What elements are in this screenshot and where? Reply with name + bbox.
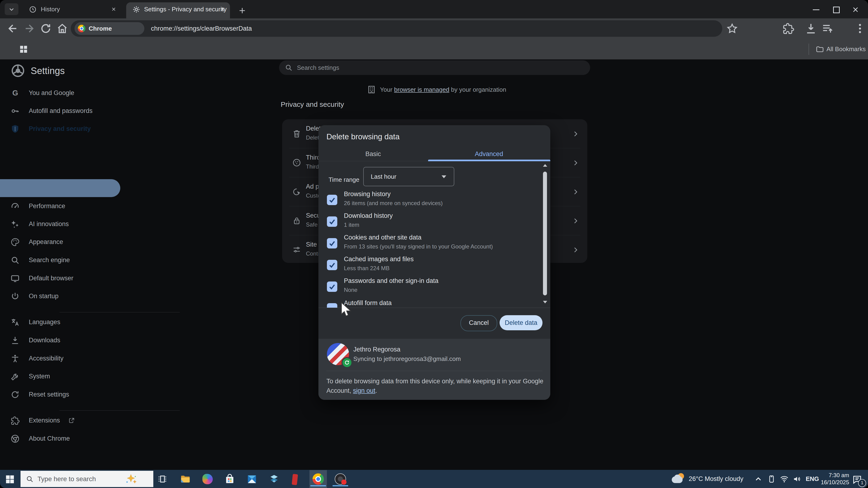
checkbox-checked[interactable] [327,217,337,227]
settings-gear-icon [132,5,140,13]
taskbar-app-red[interactable] [289,472,304,486]
sidebar-item-accessibility[interactable]: Accessibility [0,349,120,367]
tab-close-button[interactable] [110,5,118,13]
tray-time: 7:30 am [818,472,849,479]
sidebar-item-about-chrome[interactable]: About Chrome [0,429,120,448]
sliders-icon [292,245,302,254]
delete-data-button[interactable]: Delete data [500,315,542,330]
managed-link[interactable]: browser is managed [394,86,450,93]
tab-close-button[interactable] [219,5,227,13]
windows-logo-icon [5,474,15,484]
settings-search-bar[interactable]: Search settings [279,60,590,75]
managed-prefix: Your [380,86,394,93]
dialog-title: Delete browsing data [327,132,400,141]
extensions-puzzle-icon[interactable] [782,22,795,35]
taskbar-search-box[interactable]: Type here to search [21,471,153,487]
checkbox-checked[interactable] [327,238,337,249]
weather-status[interactable]: 26°C Mostly cloudy [689,470,743,488]
time-range-select[interactable]: Last hour [363,167,454,186]
dialog-tab-basic[interactable]: Basic [338,147,408,161]
weather-icon[interactable] [671,472,686,486]
taskbar-app-task-view[interactable] [155,472,169,486]
clock[interactable]: 7:30 am 16/10/2025 [818,472,849,486]
language-indicator[interactable]: ENG [806,470,819,488]
back-icon[interactable] [7,22,19,35]
speaker-icon[interactable] [793,475,802,484]
taskbar-app-copilot[interactable] [200,472,215,486]
reading-list-icon[interactable] [821,22,834,35]
active-tab-underline [428,160,550,161]
sidebar-item-ai-innovations[interactable]: AI innovations [0,215,120,233]
scrollbar-thumb[interactable] [543,172,547,295]
sidebar-item-downloads[interactable]: Downloads [0,331,120,349]
checkbox-checked[interactable] [327,282,337,292]
taskbar-app-chrome[interactable] [311,472,326,486]
apps-grid-icon[interactable] [19,44,29,55]
taskbar-app-mail[interactable] [245,472,259,486]
sidebar-item-search-engine[interactable]: Search engine [0,251,120,269]
tab-search-button[interactable] [5,3,19,15]
chevron-right-icon [572,217,579,225]
checkbox-checked[interactable] [327,260,337,270]
forward-icon[interactable] [23,22,35,35]
scrollbar-down-arrow[interactable] [543,301,547,303]
new-tab-button[interactable] [236,5,248,17]
copilot-sparkle-icon [124,473,137,486]
footer-line2: Account, [327,387,353,394]
chip-label: Chrome [89,22,112,35]
home-icon[interactable] [56,22,68,35]
chevron-right-icon [572,159,579,167]
all-bookmarks-button[interactable]: All Bookmarks [814,39,868,59]
tab-history[interactable]: History [22,2,121,19]
taskbar-app-recorder[interactable] [333,472,348,486]
sidebar-item-performance[interactable]: Performance [0,197,120,215]
footer-note: To delete browsing data from this device… [327,377,546,395]
dialog-scrollbar[interactable] [541,161,549,307]
sidebar-item-privacy-security[interactable]: Privacy and security [0,120,120,138]
window-close-button[interactable] [848,4,863,14]
address-bar[interactable]: Chrome chrome://settings/clearBrowserDat… [71,20,722,37]
accessibility-icon [10,354,20,363]
power-icon [10,292,20,301]
checkbox-checked[interactable] [327,195,337,205]
sidebar-item-on-startup[interactable]: On startup [0,287,120,305]
sidebar-item-default-browser[interactable]: Default browser [0,269,120,287]
checkbox-checked[interactable] [327,303,337,307]
window-maximize-button[interactable] [828,4,843,14]
reload-icon[interactable] [40,22,52,35]
translate-icon [10,318,20,327]
menu-dots-icon[interactable] [854,22,866,35]
page-title: Privacy and security [281,100,344,108]
downloads-icon[interactable] [805,22,817,35]
device-icon[interactable] [767,475,776,484]
puzzle-icon [10,416,20,425]
tab-settings-active[interactable]: Settings - Privacy and security [126,2,230,19]
taskbar-app-defender-shield[interactable] [267,472,281,486]
cancel-button[interactable]: Cancel [460,315,497,331]
dialog-tab-advanced[interactable]: Advanced [454,147,524,161]
wifi-icon[interactable] [780,475,789,484]
window-minimize-button[interactable] [809,4,824,14]
tray-chevron-up-icon[interactable] [754,475,763,484]
taskbar-app-file-explorer[interactable] [178,472,193,486]
sidebar-item-extensions[interactable]: Extensions [0,412,120,429]
sidebar-item-languages[interactable]: Languages [0,313,120,331]
sidebar-item-you-and-google[interactable]: G You and Google [0,84,120,102]
sidebar-item-appearance[interactable]: Appearance [0,233,120,251]
scrollbar-up-arrow[interactable] [543,164,547,167]
chevron-right-icon [572,246,579,254]
checkmark-icon [328,218,336,226]
shield-icon [10,124,20,134]
sign-out-link[interactable]: sign out [353,387,375,394]
taskbar-app-microsoft-store[interactable] [222,472,237,486]
close-icon [220,6,225,12]
sidebar-item-reset-settings[interactable]: Reset settings [0,385,120,403]
bookmark-star-icon[interactable] [726,22,738,35]
checkmark-icon [328,196,336,204]
ad-privacy-icon [292,187,302,196]
start-button[interactable] [3,473,18,485]
time-range-label: Time range [329,176,360,184]
sidebar-item-autofill[interactable]: Autofill and passwords [0,102,120,120]
plus-icon [238,7,246,14]
sidebar-item-system[interactable]: System [0,367,120,385]
